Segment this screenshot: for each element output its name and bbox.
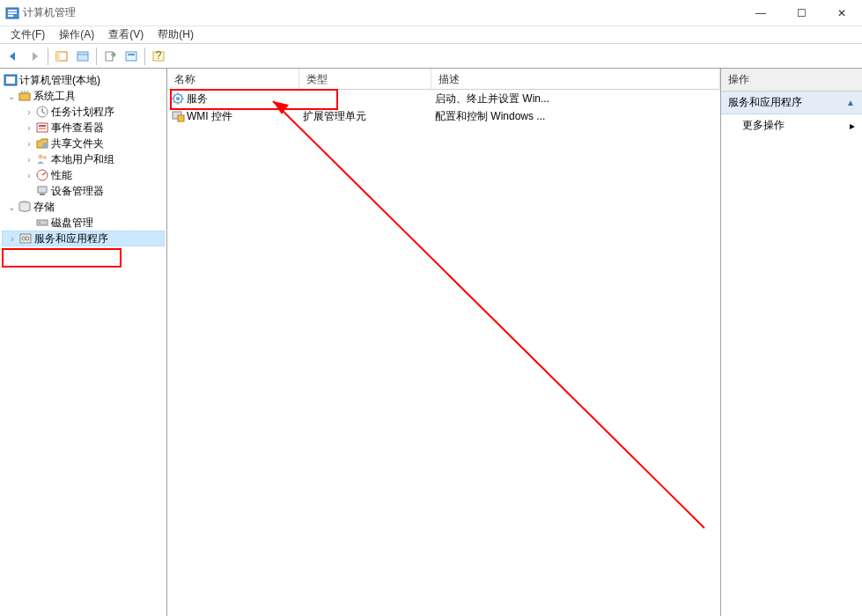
tree-shared-folders-label: 共享文件夹 (51, 136, 104, 151)
list-panel: 名称 类型 描述 服务 启动、终止并设置 Win... WMI 控件 扩展管理单… (167, 69, 721, 616)
list-row-wmi[interactable]: WMI 控件 扩展管理单元 配置和控制 Windows ... (167, 107, 720, 125)
menu-file[interactable]: 文件(F) (4, 26, 52, 44)
refresh-button[interactable] (122, 47, 141, 66)
svg-rect-1 (8, 10, 17, 11)
list-header-type[interactable]: 类型 (299, 69, 431, 89)
action-section-title: 服务和应用程序 (728, 95, 802, 110)
expand-icon[interactable]: › (23, 155, 35, 165)
services-apps-icon (18, 231, 33, 246)
back-button[interactable] (4, 47, 23, 66)
svg-rect-10 (128, 54, 135, 55)
tree-local-users[interactable]: › 本地用户和组 (2, 151, 165, 167)
svg-point-20 (42, 143, 48, 148)
tree-event-viewer[interactable]: › 事件查看器 (2, 120, 165, 136)
svg-rect-2 (8, 12, 17, 14)
svg-rect-25 (40, 194, 45, 195)
show-hide-tree-button[interactable] (52, 47, 71, 66)
tree-root[interactable]: 计算机管理(本地) (2, 72, 165, 88)
svg-rect-8 (106, 52, 113, 61)
list-header-description[interactable]: 描述 (431, 69, 720, 89)
list-header-name[interactable]: 名称 (167, 69, 299, 89)
action-more-actions[interactable]: 更多操作 ▸ (721, 114, 862, 136)
system-tools-icon (18, 89, 32, 103)
device-manager-icon (35, 184, 49, 198)
menu-view[interactable]: 查看(V) (101, 26, 151, 44)
action-panel: 操作 服务和应用程序 ▲ 更多操作 ▸ (721, 69, 862, 616)
tree-services-apps-label: 服务和应用程序 (34, 231, 108, 246)
computer-management-icon (4, 73, 18, 87)
tree-services-apps[interactable]: › 服务和应用程序 (2, 231, 165, 246)
tree-system-tools-label: 系统工具 (33, 89, 76, 104)
menu-bar: 文件(F) 操作(A) 查看(V) 帮助(H) (0, 26, 862, 44)
event-viewer-icon (35, 121, 49, 135)
disk-management-icon (35, 216, 49, 230)
tree-root-label: 计算机管理(本地) (19, 73, 100, 88)
svg-rect-18 (39, 125, 46, 127)
menu-action[interactable]: 操作(A) (52, 26, 101, 44)
expand-icon[interactable]: › (23, 107, 35, 117)
tree-event-viewer-label: 事件查看器 (51, 121, 104, 136)
tree-disk-management[interactable]: 磁盘管理 (2, 215, 165, 231)
app-icon (5, 6, 19, 20)
tree-system-tools[interactable]: ⌄ 系统工具 (2, 88, 165, 104)
tree-shared-folders[interactable]: › 共享文件夹 (2, 136, 165, 151)
action-panel-header: 操作 (721, 69, 862, 92)
svg-rect-19 (39, 128, 46, 129)
window-controls: — ☐ ✕ (740, 0, 862, 26)
window-title: 计算机管理 (23, 5, 740, 20)
forward-button[interactable] (25, 47, 44, 66)
tree-device-manager-label: 设备管理器 (51, 184, 104, 199)
collapse-icon[interactable]: ⌄ (5, 92, 18, 101)
storage-icon (18, 200, 32, 214)
help-button[interactable]: ? (149, 47, 168, 66)
wmi-icon (171, 109, 185, 123)
svg-rect-3 (8, 15, 13, 17)
svg-rect-35 (178, 115, 184, 121)
list-row-services[interactable]: 服务 启动、终止并设置 Win... (167, 90, 720, 107)
tree-storage-label: 存储 (33, 200, 55, 215)
svg-point-28 (39, 222, 41, 224)
expand-icon[interactable]: › (23, 123, 35, 133)
list-row-wmi-type: 扩展管理单元 (299, 109, 431, 124)
properties-button[interactable] (73, 47, 92, 66)
menu-help[interactable]: 帮助(H) (151, 26, 201, 44)
svg-rect-14 (6, 77, 15, 84)
svg-rect-9 (126, 52, 136, 61)
action-section-header[interactable]: 服务和应用程序 ▲ (721, 92, 862, 114)
svg-point-21 (39, 155, 43, 159)
submenu-arrow-icon: ▸ (850, 120, 855, 132)
list-row-wmi-desc: 配置和控制 Windows ... (431, 109, 720, 124)
task-scheduler-icon (35, 105, 49, 119)
shared-folders-icon (35, 136, 49, 150)
svg-point-22 (43, 156, 47, 159)
minimize-button[interactable]: — (740, 0, 781, 26)
toolbar-separator-2 (96, 48, 97, 65)
svg-point-33 (176, 97, 180, 100)
toolbar-separator (48, 48, 48, 65)
close-button[interactable]: ✕ (821, 0, 862, 26)
title-bar: 计算机管理 — ☐ ✕ (0, 0, 862, 26)
performance-icon (35, 168, 49, 182)
svg-rect-6 (77, 52, 88, 61)
tree-performance-label: 性能 (51, 168, 72, 183)
expand-icon[interactable]: › (23, 139, 35, 149)
expand-icon[interactable]: › (23, 171, 35, 180)
svg-rect-27 (37, 220, 48, 225)
toolbar: ? (0, 44, 862, 69)
tree-disk-management-label: 磁盘管理 (51, 216, 93, 231)
tree-panel: 计算机管理(本地) ⌄ 系统工具 › 任务计划程序 › 事件查看器 › 共享文件… (0, 69, 167, 616)
list-header: 名称 类型 描述 (167, 69, 720, 90)
tree-device-manager[interactable]: 设备管理器 (2, 183, 165, 199)
collapse-icon[interactable]: ⌄ (5, 202, 18, 212)
maximize-button[interactable]: ☐ (781, 0, 821, 26)
svg-rect-24 (38, 187, 47, 193)
list-row-wmi-name: WMI 控件 (187, 109, 232, 124)
local-users-icon (35, 152, 49, 166)
action-more-actions-label: 更多操作 (742, 118, 785, 133)
tree-performance[interactable]: › 性能 (2, 167, 165, 183)
tree-task-scheduler[interactable]: › 任务计划程序 (2, 104, 165, 120)
export-button[interactable] (100, 47, 120, 66)
expand-icon[interactable]: › (6, 234, 18, 244)
tree-storage[interactable]: ⌄ 存储 (2, 199, 165, 215)
svg-rect-15 (19, 93, 30, 100)
